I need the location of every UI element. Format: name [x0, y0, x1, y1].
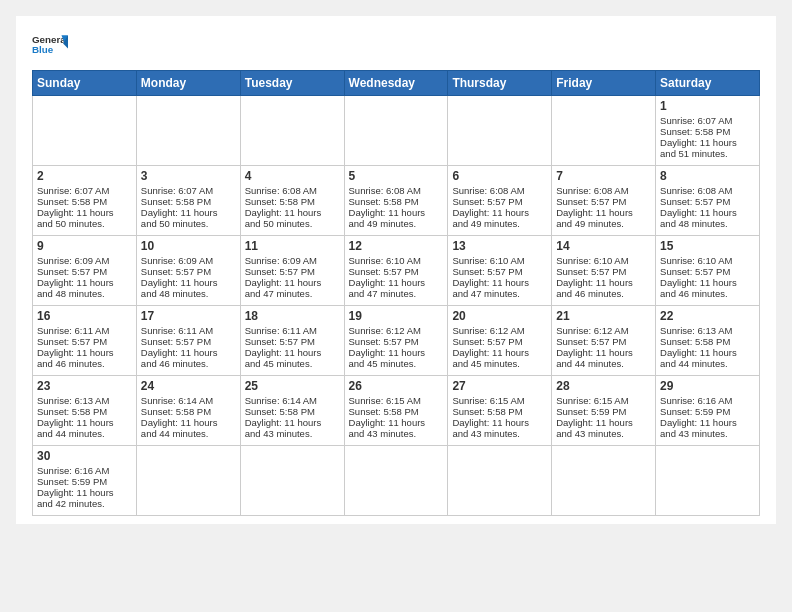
day-info: Sunrise: 6:10 AM	[349, 255, 444, 266]
day-info: Daylight: 11 hours and 50 minutes.	[245, 207, 340, 229]
day-info: Sunrise: 6:13 AM	[660, 325, 755, 336]
day-number: 27	[452, 379, 547, 393]
calendar-cell	[240, 96, 344, 166]
day-info: Sunrise: 6:13 AM	[37, 395, 132, 406]
calendar-cell	[136, 96, 240, 166]
calendar-week-6: 30Sunrise: 6:16 AMSunset: 5:59 PMDayligh…	[33, 446, 760, 516]
day-info: Daylight: 11 hours and 44 minutes.	[660, 347, 755, 369]
day-number: 11	[245, 239, 340, 253]
day-number: 4	[245, 169, 340, 183]
day-info: Sunset: 5:58 PM	[141, 196, 236, 207]
day-info: Sunset: 5:57 PM	[245, 266, 340, 277]
calendar-cell: 18Sunrise: 6:11 AMSunset: 5:57 PMDayligh…	[240, 306, 344, 376]
day-number: 21	[556, 309, 651, 323]
day-info: Daylight: 11 hours and 43 minutes.	[556, 417, 651, 439]
calendar-week-2: 2Sunrise: 6:07 AMSunset: 5:58 PMDaylight…	[33, 166, 760, 236]
day-info: Sunset: 5:58 PM	[349, 196, 444, 207]
calendar-cell: 7Sunrise: 6:08 AMSunset: 5:57 PMDaylight…	[552, 166, 656, 236]
calendar-week-1: 1Sunrise: 6:07 AMSunset: 5:58 PMDaylight…	[33, 96, 760, 166]
day-info: Sunset: 5:57 PM	[37, 336, 132, 347]
calendar-cell: 25Sunrise: 6:14 AMSunset: 5:58 PMDayligh…	[240, 376, 344, 446]
day-number: 17	[141, 309, 236, 323]
day-number: 29	[660, 379, 755, 393]
day-info: Daylight: 11 hours and 46 minutes.	[37, 347, 132, 369]
calendar-cell: 4Sunrise: 6:08 AMSunset: 5:58 PMDaylight…	[240, 166, 344, 236]
day-info: Sunrise: 6:07 AM	[37, 185, 132, 196]
day-info: Sunrise: 6:10 AM	[660, 255, 755, 266]
calendar-cell: 19Sunrise: 6:12 AMSunset: 5:57 PMDayligh…	[344, 306, 448, 376]
day-number: 13	[452, 239, 547, 253]
weekday-header-row: SundayMondayTuesdayWednesdayThursdayFrid…	[33, 71, 760, 96]
calendar-week-4: 16Sunrise: 6:11 AMSunset: 5:57 PMDayligh…	[33, 306, 760, 376]
day-info: Sunrise: 6:08 AM	[556, 185, 651, 196]
day-info: Sunset: 5:57 PM	[141, 336, 236, 347]
day-info: Sunrise: 6:15 AM	[452, 395, 547, 406]
calendar-week-3: 9Sunrise: 6:09 AMSunset: 5:57 PMDaylight…	[33, 236, 760, 306]
day-number: 22	[660, 309, 755, 323]
calendar-cell	[240, 446, 344, 516]
day-info: Sunset: 5:57 PM	[37, 266, 132, 277]
calendar-cell: 5Sunrise: 6:08 AMSunset: 5:58 PMDaylight…	[344, 166, 448, 236]
logo-icon: General Blue	[32, 32, 68, 60]
day-info: Daylight: 11 hours and 48 minutes.	[37, 277, 132, 299]
day-info: Daylight: 11 hours and 49 minutes.	[349, 207, 444, 229]
day-number: 5	[349, 169, 444, 183]
day-number: 24	[141, 379, 236, 393]
day-info: Sunrise: 6:08 AM	[349, 185, 444, 196]
day-info: Daylight: 11 hours and 48 minutes.	[141, 277, 236, 299]
calendar-cell: 28Sunrise: 6:15 AMSunset: 5:59 PMDayligh…	[552, 376, 656, 446]
day-info: Sunset: 5:58 PM	[37, 196, 132, 207]
day-number: 2	[37, 169, 132, 183]
day-info: Sunset: 5:58 PM	[245, 196, 340, 207]
day-number: 30	[37, 449, 132, 463]
day-info: Daylight: 11 hours and 43 minutes.	[452, 417, 547, 439]
calendar-cell: 20Sunrise: 6:12 AMSunset: 5:57 PMDayligh…	[448, 306, 552, 376]
day-info: Daylight: 11 hours and 46 minutes.	[141, 347, 236, 369]
day-info: Sunset: 5:57 PM	[556, 196, 651, 207]
calendar-table: SundayMondayTuesdayWednesdayThursdayFrid…	[32, 70, 760, 516]
day-info: Daylight: 11 hours and 45 minutes.	[349, 347, 444, 369]
weekday-header-saturday: Saturday	[656, 71, 760, 96]
calendar-cell: 29Sunrise: 6:16 AMSunset: 5:59 PMDayligh…	[656, 376, 760, 446]
calendar-cell: 21Sunrise: 6:12 AMSunset: 5:57 PMDayligh…	[552, 306, 656, 376]
day-info: Sunrise: 6:11 AM	[245, 325, 340, 336]
calendar-cell: 22Sunrise: 6:13 AMSunset: 5:58 PMDayligh…	[656, 306, 760, 376]
day-info: Daylight: 11 hours and 47 minutes.	[349, 277, 444, 299]
day-number: 6	[452, 169, 547, 183]
day-info: Daylight: 11 hours and 46 minutes.	[556, 277, 651, 299]
day-number: 7	[556, 169, 651, 183]
calendar-cell: 30Sunrise: 6:16 AMSunset: 5:59 PMDayligh…	[33, 446, 137, 516]
weekday-header-tuesday: Tuesday	[240, 71, 344, 96]
weekday-header-monday: Monday	[136, 71, 240, 96]
day-number: 28	[556, 379, 651, 393]
day-info: Sunrise: 6:11 AM	[141, 325, 236, 336]
day-number: 23	[37, 379, 132, 393]
day-info: Sunrise: 6:11 AM	[37, 325, 132, 336]
day-info: Daylight: 11 hours and 49 minutes.	[556, 207, 651, 229]
day-number: 18	[245, 309, 340, 323]
day-number: 8	[660, 169, 755, 183]
calendar-week-5: 23Sunrise: 6:13 AMSunset: 5:58 PMDayligh…	[33, 376, 760, 446]
day-info: Daylight: 11 hours and 45 minutes.	[245, 347, 340, 369]
day-info: Daylight: 11 hours and 43 minutes.	[349, 417, 444, 439]
calendar-cell	[448, 96, 552, 166]
day-info: Sunrise: 6:16 AM	[660, 395, 755, 406]
day-info: Sunset: 5:58 PM	[452, 406, 547, 417]
calendar-cell: 12Sunrise: 6:10 AMSunset: 5:57 PMDayligh…	[344, 236, 448, 306]
day-info: Sunset: 5:57 PM	[349, 336, 444, 347]
day-info: Sunset: 5:57 PM	[660, 266, 755, 277]
day-number: 10	[141, 239, 236, 253]
day-info: Sunrise: 6:12 AM	[452, 325, 547, 336]
calendar-cell: 17Sunrise: 6:11 AMSunset: 5:57 PMDayligh…	[136, 306, 240, 376]
day-info: Sunset: 5:57 PM	[660, 196, 755, 207]
calendar-cell: 6Sunrise: 6:08 AMSunset: 5:57 PMDaylight…	[448, 166, 552, 236]
day-info: Sunrise: 6:08 AM	[452, 185, 547, 196]
calendar-cell	[344, 446, 448, 516]
day-info: Sunset: 5:57 PM	[452, 266, 547, 277]
day-info: Daylight: 11 hours and 44 minutes.	[556, 347, 651, 369]
calendar-cell: 16Sunrise: 6:11 AMSunset: 5:57 PMDayligh…	[33, 306, 137, 376]
day-number: 16	[37, 309, 132, 323]
logo: General Blue	[32, 32, 68, 60]
day-info: Sunrise: 6:12 AM	[556, 325, 651, 336]
day-info: Daylight: 11 hours and 42 minutes.	[37, 487, 132, 509]
